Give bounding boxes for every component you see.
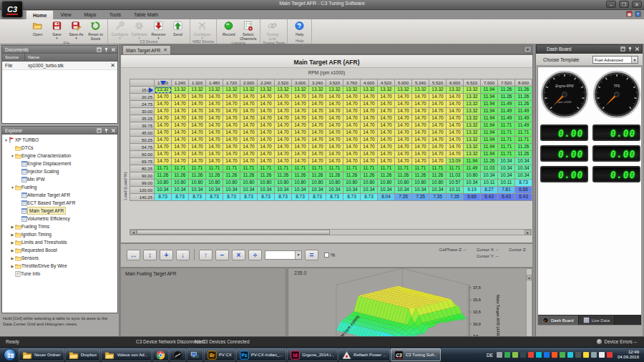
- afr-cell[interactable]: 11.71: [155, 165, 172, 172]
- afr-cell[interactable]: 6.66: [515, 187, 532, 194]
- afr-cell[interactable]: 14.70: [206, 144, 223, 151]
- app-logo-icon[interactable]: C3: [1, 1, 23, 18]
- afr-cell[interactable]: 14.70: [378, 158, 395, 165]
- afr-cell[interactable]: 14.70: [155, 115, 172, 122]
- afr-cell[interactable]: 14.70: [189, 158, 206, 165]
- window-sm-icon[interactable]: [620, 47, 625, 52]
- afr-cell[interactable]: 8.73: [206, 194, 223, 201]
- afr-cell[interactable]: 14.70: [361, 108, 378, 115]
- window-sm-icon[interactable]: [97, 128, 102, 133]
- taskbar-clock[interactable]: 12:49 04.09.2016: [618, 350, 640, 360]
- tab-close-icon[interactable]: ✕: [163, 47, 167, 53]
- afr-cell[interactable]: 7.81: [498, 187, 515, 194]
- afr-cell[interactable]: 14.70: [223, 137, 240, 144]
- afr-cell[interactable]: 14.70: [429, 151, 447, 158]
- afr-cell[interactable]: 13.32: [361, 87, 378, 94]
- afr-cell[interactable]: 11.71: [189, 165, 206, 172]
- afr-cell[interactable]: 14.70: [326, 151, 343, 158]
- ribbon-tab-home[interactable]: Home: [26, 10, 54, 19]
- rpm-column-header[interactable]: 6.520: [464, 79, 481, 87]
- afr-cell[interactable]: 14.70: [326, 129, 343, 137]
- table-tool-6-button[interactable]: −: [215, 250, 229, 260]
- taskbar-reflash-power-[interactable]: Reflash Power ...: [338, 348, 390, 361]
- afr-cell[interactable]: 13.32: [172, 87, 189, 94]
- afr-cell[interactable]: 14.70: [447, 108, 464, 115]
- afr-cell[interactable]: 11.71: [258, 165, 275, 172]
- afr-cell[interactable]: 14.70: [326, 115, 343, 122]
- set-equal-button[interactable]: =: [305, 250, 318, 260]
- afr-cell[interactable]: 14.70: [258, 137, 275, 144]
- afr-cell[interactable]: 14.70: [240, 144, 258, 151]
- rpm-column-header[interactable]: 6.000: [447, 79, 464, 87]
- afr-cell[interactable]: 13.32: [464, 151, 481, 158]
- afr-cell[interactable]: 11.26: [223, 172, 240, 180]
- tree-expander-icon[interactable]: ▶: [10, 240, 15, 245]
- afr-cell[interactable]: 10.34: [172, 187, 189, 194]
- afr-cell[interactable]: 14.70: [361, 151, 378, 158]
- afr-cell[interactable]: 11.26: [309, 172, 326, 180]
- afr-cell[interactable]: 11.26: [429, 172, 447, 180]
- tray-icon-5[interactable]: [528, 352, 534, 358]
- afr-cell[interactable]: 14.70: [343, 129, 361, 137]
- afr-cell[interactable]: 10.34: [361, 187, 378, 194]
- afr-cell[interactable]: 10.80: [258, 180, 275, 187]
- afr-cell[interactable]: 10.34: [429, 187, 447, 194]
- afr-cell[interactable]: 11.26: [172, 172, 189, 180]
- afr-cell[interactable]: 14.70: [240, 108, 258, 115]
- tree-item-dtcs[interactable]: DTCs: [2, 144, 117, 152]
- afr-cell[interactable]: 8.73: [343, 194, 361, 201]
- afr-cell[interactable]: 13.32: [326, 87, 343, 94]
- afr-cell[interactable]: 11.26: [343, 172, 361, 180]
- afr-cell[interactable]: 13.32: [464, 101, 481, 108]
- tree-item-ignition-timing[interactable]: ▶Ignition Timing: [2, 230, 117, 238]
- afr-cell[interactable]: 13.32: [292, 87, 309, 94]
- afr-cell[interactable]: 14.70: [326, 101, 343, 108]
- afr-cell[interactable]: 8.73: [292, 194, 309, 201]
- afr-cell[interactable]: 14.70: [292, 158, 309, 165]
- afr-cell[interactable]: 14.70: [378, 115, 395, 122]
- afr-cell[interactable]: 14.70: [223, 115, 240, 122]
- tab-list-icon[interactable]: ▼: [524, 46, 532, 53]
- rpm-column-header[interactable]: 2.000: [240, 79, 258, 87]
- afr-cell[interactable]: 14.70: [206, 122, 223, 129]
- tray-icon-1[interactable]: [497, 352, 502, 358]
- afr-cell[interactable]: 10.80: [172, 180, 189, 187]
- afr-cell[interactable]: 11.49: [464, 165, 481, 172]
- afr-cell[interactable]: 14.70: [292, 94, 309, 101]
- afr-cell[interactable]: 14.70: [343, 151, 361, 158]
- afr-cell[interactable]: 10.34: [515, 172, 532, 180]
- language-indicator[interactable]: DE: [487, 353, 493, 358]
- afr-cell[interactable]: 10.34: [343, 187, 361, 194]
- tree-item-throttle-drive-by-wire[interactable]: ▶Throttle/Drive By Wire: [2, 262, 117, 270]
- afr-cell[interactable]: 14.70: [361, 144, 378, 151]
- afr-cell[interactable]: 8.73: [155, 194, 172, 201]
- percent-checkbox[interactable]: [324, 253, 329, 258]
- value-combobox[interactable]: ▼: [265, 250, 302, 260]
- close-sm-icon[interactable]: [635, 47, 640, 52]
- afr-cell[interactable]: 13.32: [464, 108, 481, 115]
- afr-cell[interactable]: 11.49: [498, 101, 515, 108]
- afr-cell[interactable]: 14.70: [309, 144, 326, 151]
- afr-cell[interactable]: 14.70: [343, 137, 361, 144]
- afr-cell[interactable]: 14.70: [378, 151, 395, 158]
- afr-cell[interactable]: 14.70: [447, 151, 464, 158]
- afr-cell[interactable]: 10.80: [189, 180, 206, 187]
- afr-cell[interactable]: 10.80: [155, 180, 172, 187]
- table-tool-0-button[interactable]: ↔: [127, 250, 140, 260]
- afr-cell[interactable]: 14.70: [343, 144, 361, 151]
- taskbar-neuer-ordner[interactable]: Neuer Ordner: [19, 348, 64, 361]
- afr-cell[interactable]: 13.32: [155, 87, 172, 94]
- afr-cell[interactable]: 14.70: [395, 158, 412, 165]
- afr-cell[interactable]: 14.70: [412, 94, 429, 101]
- afr-cell[interactable]: 14.70: [429, 108, 447, 115]
- tray-icon-4[interactable]: [520, 352, 526, 358]
- afr-cell[interactable]: 14.70: [206, 115, 223, 122]
- afr-cell[interactable]: 11.26: [515, 151, 532, 158]
- afr-cell[interactable]: 10.34: [275, 187, 292, 194]
- afr-cell[interactable]: 14.70: [275, 94, 292, 101]
- afr-cell[interactable]: 14.70: [326, 122, 343, 129]
- afr-cell[interactable]: 10.57: [447, 180, 464, 187]
- ribbon-style-icon[interactable]: ▦: [626, 11, 633, 17]
- load-row-header[interactable]: 35.25: [130, 115, 155, 122]
- afr-cell[interactable]: 14.70: [395, 108, 412, 115]
